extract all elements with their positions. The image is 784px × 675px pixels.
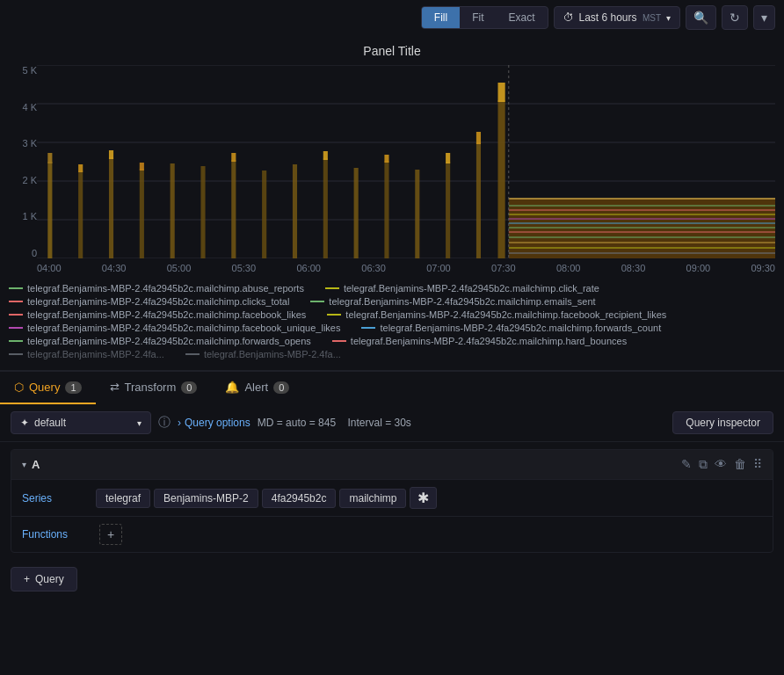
add-query-button[interactable]: + Query (11, 567, 77, 592)
legend-color-10 (332, 340, 346, 342)
legend-color-1 (9, 287, 23, 289)
collapse-icon[interactable]: ▾ (22, 460, 26, 469)
datasource-icon: ✦ (20, 417, 29, 429)
svg-rect-15 (200, 166, 205, 258)
fit-button[interactable]: Fit (460, 7, 496, 28)
chevron-down-icon: ▾ (137, 418, 142, 428)
legend-color-4 (310, 301, 324, 302)
legend-color-9 (9, 340, 23, 342)
svg-rect-22 (354, 168, 359, 258)
query-block-actions: ✎ ⧉ 👁 🗑 ⠿ (681, 457, 762, 472)
database-icon: ⬡ (14, 381, 24, 394)
legend-item-9: telegraf.Benjamins-MBP-2.4fa2945b2c.mail… (9, 336, 311, 346)
series-label: Series (22, 492, 92, 504)
svg-rect-10 (109, 157, 113, 258)
svg-rect-7 (47, 153, 52, 163)
edit-icon[interactable]: ✎ (681, 457, 692, 472)
query-options-label: Query options (185, 417, 250, 429)
chart-svg (37, 65, 775, 258)
legend-item-2: telegraf.Benjamins-MBP-2.4fa2945b2c.mail… (325, 283, 599, 294)
legend-item-5: telegraf.Benjamins-MBP-2.4fa2945b2c.mail… (9, 309, 306, 320)
legend-row-1: telegraf.Benjamins-MBP-2.4fa2945b2c.mail… (9, 283, 775, 294)
add-function-button[interactable]: + (99, 524, 122, 545)
chart-container: Panel Title 5 K 4 K 3 K 2 K 1 K 0 (0, 35, 784, 276)
legend-item-10: telegraf.Benjamins-MBP-2.4fa2945b2c.mail… (332, 336, 627, 346)
fill-button[interactable]: Fill (422, 7, 460, 28)
functions-label: Functions (22, 528, 92, 541)
legend-row-2: telegraf.Benjamins-MBP-2.4fa2945b2c.mail… (9, 296, 775, 307)
series-row: Series telegraf Benjamins-MBP-2 4fa2945b… (11, 480, 773, 517)
series-tag-telegraf[interactable]: telegraf (96, 489, 150, 508)
legend-color-8 (361, 327, 375, 329)
query-options-meta: MD = auto = 845 Interval = 30s (258, 417, 411, 429)
bottom-tabs: ⬡ Query 1 ⇄ Transform 0 🔔 Alert 0 (0, 370, 784, 404)
svg-rect-21 (323, 151, 328, 160)
transform-icon: ⇄ (110, 381, 120, 394)
legend-color-7 (9, 327, 23, 329)
more-options-button[interactable]: ▾ (753, 5, 775, 30)
svg-rect-12 (140, 169, 144, 258)
tab-alert[interactable]: 🔔 Alert 0 (211, 372, 303, 404)
series-tag-wildcard[interactable]: ✱ (410, 487, 437, 509)
refresh-button[interactable]: ↻ (722, 5, 748, 30)
tab-query-badge: 1 (65, 381, 81, 394)
svg-rect-17 (231, 153, 236, 162)
legend-item-fade: telegraf.Benjamins-MBP-2.4fa... (9, 349, 164, 359)
time-range-button[interactable]: ⏱ Last 6 hours MST ▾ (554, 6, 681, 29)
chart-area: 04:00 04:30 05:00 05:30 06:00 06:30 07:0… (37, 65, 775, 276)
svg-rect-20 (323, 158, 328, 258)
info-icon[interactable]: ⓘ (158, 415, 171, 431)
legend-item-7: telegraf.Benjamins-MBP-2.4fa2945b2c.mail… (9, 323, 340, 333)
tab-transform-label: Transform (125, 381, 177, 394)
legend-item-3: telegraf.Benjamins-MBP-2.4fa2945b2c.mail… (9, 296, 289, 307)
query-inspector-button[interactable]: Query inspector (672, 411, 773, 434)
legend-color-2 (325, 287, 339, 289)
svg-rect-9 (78, 164, 83, 172)
functions-row: Functions + (11, 517, 773, 552)
legend-color-5 (9, 314, 23, 316)
zoom-out-button[interactable]: 🔍 (686, 5, 716, 30)
copy-icon[interactable]: ⧉ (699, 457, 708, 472)
svg-rect-16 (231, 160, 236, 258)
x-axis: 04:00 04:30 05:00 05:30 06:00 06:30 07:0… (37, 263, 775, 273)
chart-wrapper: 5 K 4 K 3 K 2 K 1 K 0 (9, 65, 775, 276)
series-tag-id[interactable]: 4fa2945b2c (262, 489, 337, 508)
svg-rect-25 (415, 170, 419, 258)
query-block-id: A (32, 458, 40, 471)
svg-rect-11 (109, 150, 113, 159)
series-tag-mailchimp[interactable]: mailchimp (339, 489, 406, 508)
eye-icon[interactable]: 👁 (715, 457, 727, 472)
svg-rect-29 (476, 132, 481, 144)
svg-rect-19 (293, 164, 297, 258)
svg-rect-31 (497, 83, 505, 102)
chevron-right-icon: › (178, 417, 181, 429)
datasource-select[interactable]: ✦ default ▾ (11, 411, 151, 434)
svg-rect-27 (446, 153, 450, 163)
clock-icon: ⏱ (563, 11, 574, 24)
svg-rect-14 (171, 163, 175, 258)
legend-item-6: telegraf.Benjamins-MBP-2.4fa2945b2c.mail… (327, 309, 666, 320)
query-options-toggle[interactable]: › Query options (178, 417, 250, 429)
legend-color-6 (327, 314, 341, 316)
y-axis: 5 K 4 K 3 K 2 K 1 K 0 (9, 65, 37, 276)
datasource-label: default (34, 417, 66, 429)
legend-item-1: telegraf.Benjamins-MBP-2.4fa2945b2c.mail… (9, 283, 304, 294)
svg-rect-6 (47, 162, 52, 258)
add-query-bar: + Query (0, 560, 784, 599)
chevron-down-icon: ▾ (666, 13, 671, 23)
tab-query-label: Query (29, 381, 60, 394)
svg-rect-26 (446, 162, 450, 258)
zoom-btn-group: Fill Fit Exact (421, 6, 548, 29)
exact-button[interactable]: Exact (496, 7, 547, 28)
delete-icon[interactable]: 🗑 (734, 457, 746, 472)
series-tag-hostname[interactable]: Benjamins-MBP-2 (154, 489, 258, 508)
svg-rect-13 (140, 163, 144, 171)
time-range-label: Last 6 hours MST (579, 11, 662, 24)
drag-icon[interactable]: ⠿ (753, 457, 762, 472)
chart-legend: telegraf.Benjamins-MBP-2.4fa2945b2c.mail… (0, 276, 784, 367)
legend-item-8: telegraf.Benjamins-MBP-2.4fa2945b2c.mail… (361, 323, 661, 333)
tab-query[interactable]: ⬡ Query 1 (0, 372, 96, 404)
panel-title: Panel Title (9, 44, 775, 58)
tab-transform[interactable]: ⇄ Transform 0 (96, 372, 212, 404)
svg-rect-28 (476, 142, 481, 258)
